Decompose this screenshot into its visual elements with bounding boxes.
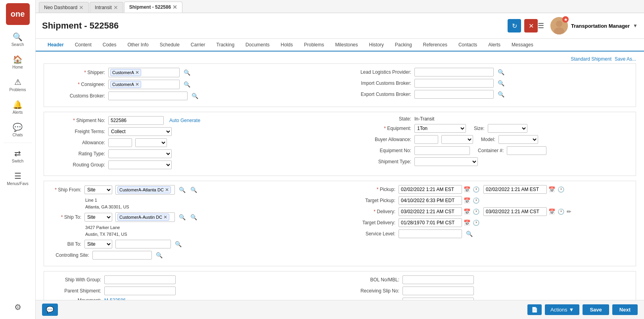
tab-neo-dashboard[interactable]: Neo Dashboard ✕ — [39, 2, 89, 13]
tab-shipment[interactable]: Shipment - 522586 ✕ — [124, 2, 182, 13]
container-input[interactable] — [507, 146, 546, 155]
save-as-label[interactable]: Save As... — [615, 56, 636, 62]
shipper-search-button[interactable]: 🔍 — [183, 69, 191, 76]
import-customs-search[interactable]: 🔍 — [497, 80, 505, 86]
ship-from-tag-input[interactable]: CustomerA-Atlanta DC ✕ — [115, 185, 175, 195]
pickup-clock1[interactable]: 🕐 — [472, 186, 480, 193]
ship-from-search2[interactable]: 🔍 — [190, 187, 198, 193]
actions-button[interactable]: Actions ▼ — [545, 304, 580, 315]
shipper-input[interactable]: CustomerA ✕ — [108, 68, 180, 77]
refresh-button[interactable]: ↻ — [508, 19, 521, 32]
sidebar-item-settings[interactable]: ⚙ — [0, 298, 35, 316]
target-delivery-input[interactable] — [399, 218, 462, 227]
target-pickup-calendar[interactable]: 📅 — [463, 197, 471, 204]
target-delivery-calendar[interactable]: 📅 — [463, 220, 471, 226]
sidebar-item-alerts[interactable]: 🔔 Alerts — [0, 96, 35, 118]
delivery-calendar2[interactable]: 📅 — [548, 208, 556, 215]
sub-tab-contacts[interactable]: Contacts — [453, 39, 483, 52]
sub-tab-milestones[interactable]: Milestones — [330, 39, 363, 52]
bill-to-input[interactable] — [115, 240, 171, 248]
sub-tab-header[interactable]: Header — [42, 39, 69, 52]
sub-tab-holds[interactable]: Holds — [275, 39, 299, 52]
delivery-date2-input[interactable] — [483, 207, 547, 216]
sidebar-item-chats[interactable]: 💬 Chats — [0, 118, 35, 141]
ship-from-type-select[interactable]: Site — [84, 185, 112, 194]
target-pickup-input[interactable] — [399, 196, 462, 205]
ship-from-tag-remove[interactable]: ✕ — [165, 187, 169, 193]
auto-generate-link[interactable]: Auto Generate — [169, 118, 200, 123]
sub-tab-tracking[interactable]: Tracking — [211, 39, 240, 52]
lead-logistics-input[interactable] — [414, 68, 494, 76]
parent-shipment-input[interactable] — [104, 287, 176, 295]
bol-input[interactable] — [402, 275, 474, 284]
ship-from-search1[interactable]: 🔍 — [178, 187, 186, 193]
freight-terms-select[interactable]: Collect — [108, 127, 172, 136]
service-level-search[interactable]: 🔍 — [465, 231, 473, 237]
ship-to-type-select[interactable]: Site — [84, 213, 112, 222]
tab-intransit[interactable]: Intransit ✕ — [90, 2, 123, 13]
sub-tab-codes[interactable]: Codes — [97, 39, 122, 52]
equipment-select[interactable]: 1Ton — [414, 124, 466, 133]
allowance-select[interactable] — [135, 138, 167, 147]
delivery-clock2[interactable]: 🕐 — [557, 208, 565, 215]
size-select[interactable] — [488, 124, 527, 133]
sidebar-item-problems[interactable]: ⚠ Problems — [0, 73, 35, 96]
chat-button[interactable]: 💬 — [42, 304, 58, 316]
lead-logistics-search[interactable]: 🔍 — [497, 69, 505, 75]
target-pickup-clock[interactable]: 🕐 — [472, 197, 480, 204]
sub-tab-references[interactable]: References — [418, 39, 453, 52]
buyer-allowance-select[interactable] — [441, 135, 473, 144]
pickup-date1-input[interactable] — [399, 185, 462, 194]
pickup-clock2[interactable]: 🕐 — [557, 186, 565, 193]
sub-tab-history[interactable]: History — [364, 39, 389, 52]
ship-to-search2[interactable]: 🔍 — [190, 214, 198, 220]
delivery-clock1[interactable]: 🕐 — [472, 208, 480, 215]
menu-button[interactable]: ☰ — [538, 21, 544, 30]
routing-group-select[interactable] — [108, 160, 172, 169]
import-customs-input[interactable] — [414, 79, 494, 88]
receiving-slip-input[interactable] — [402, 287, 474, 295]
export-customs-input[interactable] — [414, 90, 494, 99]
sub-tab-schedule[interactable]: Schedule — [154, 39, 185, 52]
ship-to-tag-remove[interactable]: ✕ — [163, 214, 167, 220]
tab-close-intransit[interactable]: ✕ — [113, 4, 118, 11]
user-dropdown-arrow[interactable]: ▼ — [633, 23, 638, 29]
sub-tab-messages[interactable]: Messages — [506, 39, 539, 52]
close-button[interactable]: ✕ — [524, 19, 538, 32]
bill-to-type-select[interactable]: Site — [84, 240, 112, 248]
delivery-edit[interactable]: ✏ — [566, 208, 572, 215]
next-button[interactable]: Next — [612, 304, 638, 315]
buyer-allowance-input[interactable] — [414, 135, 438, 144]
consignee-input[interactable]: CustomerA ✕ — [108, 80, 180, 89]
pickup-date2-input[interactable] — [483, 185, 547, 194]
equipment-no-input[interactable] — [414, 146, 470, 155]
sub-tab-other-info[interactable]: Other Info — [122, 39, 154, 52]
doc-button[interactable]: 📄 — [527, 304, 542, 315]
allowance-input1[interactable] — [108, 138, 132, 147]
customs-broker-input[interactable] — [108, 92, 188, 100]
tab-close-neo-dashboard[interactable]: ✕ — [79, 4, 84, 11]
sidebar-item-home[interactable]: 🏠 Home — [0, 51, 35, 73]
export-customs-search[interactable]: 🔍 — [497, 91, 505, 97]
consignee-tag-remove[interactable]: ✕ — [135, 82, 139, 87]
pickup-calendar1[interactable]: 📅 — [463, 186, 471, 193]
shipment-no-input[interactable] — [108, 116, 164, 125]
bill-to-search[interactable]: 🔍 — [174, 241, 182, 247]
sub-tab-packing[interactable]: Packing — [389, 39, 418, 52]
target-delivery-clock[interactable]: 🕐 — [472, 220, 480, 226]
tab-close-shipment[interactable]: ✕ — [172, 4, 177, 10]
shipment-type-select[interactable] — [414, 157, 478, 166]
sidebar-item-switch[interactable]: ⇄ Switch — [0, 145, 35, 167]
controlling-site-input[interactable] — [92, 251, 152, 260]
consignee-search-button[interactable]: 🔍 — [183, 81, 191, 88]
controlling-site-search[interactable]: 🔍 — [155, 252, 163, 258]
sub-tab-content[interactable]: Content — [69, 39, 97, 52]
save-button[interactable]: Save — [583, 304, 609, 315]
ship-with-group-input[interactable] — [104, 275, 176, 284]
sidebar-item-search[interactable]: 🔍 Search — [0, 28, 35, 51]
sub-tab-carrier[interactable]: Carrier — [185, 39, 211, 52]
model-select[interactable] — [498, 135, 538, 144]
ship-to-tag-input[interactable]: CustomerA-Austin DC ✕ — [115, 212, 175, 222]
delivery-calendar1[interactable]: 📅 — [463, 208, 471, 215]
customs-broker-search[interactable]: 🔍 — [191, 93, 199, 99]
